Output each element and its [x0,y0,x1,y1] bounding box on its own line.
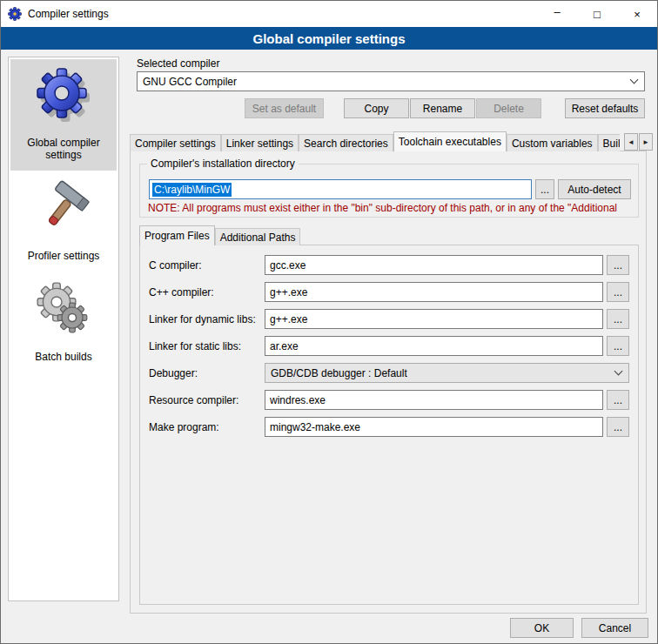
debugger-select[interactable]: GDB/CDB debugger : Default [265,363,629,383]
field-label: C compiler: [149,259,265,272]
delete-button[interactable]: Delete [476,98,541,118]
tab-compiler-settings[interactable]: Compiler settings [130,134,221,151]
browse-button[interactable]: ... [607,282,629,302]
app-icon [8,7,22,21]
browse-button[interactable]: ... [607,309,629,329]
banner-title: Global compiler settings [1,27,657,50]
gray-gears-icon [36,281,91,337]
tab-additional-paths[interactable]: Additional Paths [215,228,301,245]
auto-detect-button[interactable]: Auto-detect [558,179,631,199]
compiler-settings-dialog: Compiler settings – □ × Global compiler … [0,0,658,644]
compiler-select-value: GNU GCC Compiler [143,76,237,88]
browse-button[interactable]: ... [607,336,629,356]
sidebar: Global compiler settings Profiler settin… [8,57,119,601]
ok-button[interactable]: OK [510,618,574,638]
minimize-button[interactable]: – [537,1,577,27]
sidebar-item-global-compiler-settings[interactable]: Global compiler settings [10,59,117,171]
browse-button[interactable]: ... [607,417,629,437]
linker-static-input[interactable] [265,336,603,356]
tab-scroll-right-icon[interactable]: ► [639,133,653,151]
installation-directory-input[interactable]: C:\raylib\MinGW [149,179,532,199]
chevron-down-icon [614,367,623,376]
field-row: Linker for dynamic libs: ... [149,309,629,329]
reset-defaults-button[interactable]: Reset defaults [565,98,645,118]
rename-button[interactable]: Rename [410,98,475,118]
field-row: C compiler: ... [149,255,629,275]
installation-directory-value: C:\raylib\MinGW [152,183,232,197]
cancel-button[interactable]: Cancel [581,618,648,638]
maximize-icon: □ [594,8,601,21]
installation-directory-legend: Compiler's installation directory [147,158,299,170]
titlebar[interactable]: Compiler settings – □ × [1,1,657,27]
field-label: Make program: [149,421,265,433]
toolchain-executables-panel: Compiler's installation directory C:\ray… [130,151,647,614]
field-label: Debugger: [149,367,265,379]
chevron-down-icon [630,76,639,84]
field-row: Resource compiler: ... [149,390,629,410]
tab-scroll-left-icon[interactable]: ◄ [624,133,638,151]
set-as-default-button[interactable]: Set as default [245,98,324,118]
field-row: Debugger: GDB/CDB debugger : Default [149,363,629,383]
sidebar-item-label: Global compiler settings [12,137,115,161]
field-label: Resource compiler: [149,394,265,406]
tab-toolchain-executables[interactable]: Toolchain executables [393,131,507,151]
sidebar-item-label: Batch builds [35,351,91,363]
tab-program-files[interactable]: Program Files [139,225,215,245]
copy-button[interactable]: Copy [344,98,409,118]
subtab-strip: Program Files Additional Paths [139,225,300,245]
tab-custom-variables[interactable]: Custom variables [507,134,598,151]
make-program-input[interactable] [265,417,603,437]
note-text: NOTE: All programs must exist either in … [148,202,646,214]
cpp-compiler-input[interactable] [265,282,603,302]
program-files-panel: C compiler: ... C++ compiler: ... Linker… [139,245,639,605]
browse-button[interactable]: ... [607,390,629,410]
caption-buttons: – □ × [537,1,657,27]
field-label: Linker for dynamic libs: [149,313,265,325]
selected-compiler-label: Selected compiler [137,57,219,70]
hammer-icon [36,180,91,236]
debugger-select-value: GDB/CDB debugger : Default [271,367,407,379]
resource-compiler-input[interactable] [265,390,603,410]
tab-strip: Compiler settings Linker settings Search… [130,131,620,151]
c-compiler-input[interactable] [265,255,603,275]
compiler-select[interactable]: GNU GCC Compiler [137,71,645,91]
browse-directory-button[interactable]: ... [535,179,554,199]
field-row: Linker for static libs: ... [149,336,629,356]
maximize-button[interactable]: □ [577,1,617,27]
sidebar-item-profiler-settings[interactable]: Profiler settings [10,172,117,272]
sidebar-item-label: Profiler settings [28,250,100,262]
minimize-icon: – [554,5,560,18]
tab-linker-settings[interactable]: Linker settings [221,134,299,151]
field-label: Linker for static libs: [149,340,265,352]
tab-build-options[interactable]: Build options [598,134,620,151]
field-row: Make program: ... [149,417,629,437]
field-row: C++ compiler: ... [149,282,629,302]
browse-button[interactable]: ... [607,255,629,275]
blue-gear-icon [36,67,91,123]
linker-dynamic-input[interactable] [265,309,603,329]
window-title: Compiler settings [28,8,109,20]
close-icon: × [634,8,641,21]
sidebar-item-batch-builds[interactable]: Batch builds [10,273,117,372]
close-button[interactable]: × [617,1,657,27]
tab-search-directories[interactable]: Search directories [299,134,393,151]
field-label: C++ compiler: [149,286,265,299]
